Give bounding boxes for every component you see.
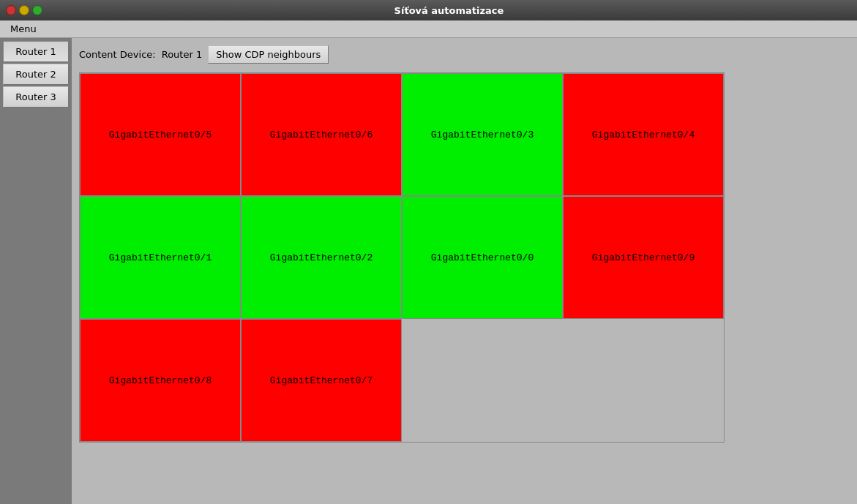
title-bar: Síťová automatizace [0, 0, 857, 20]
interface-ge0-2[interactable]: GigabitEthernet0/2 [241, 196, 402, 319]
interface-grid: GigabitEthernet0/5 GigabitEthernet0/6 Gi… [79, 72, 725, 443]
interface-ge0-0[interactable]: GigabitEthernet0/0 [402, 196, 563, 319]
minimize-button[interactable] [19, 5, 29, 15]
sidebar-item-router1[interactable]: Router 1 [3, 41, 69, 62]
empty-cell-r3c3 [402, 319, 563, 442]
interface-ge0-5[interactable]: GigabitEthernet0/5 [80, 73, 241, 196]
content-area: Content Device: Router 1 Show CDP neighb… [72, 38, 857, 504]
empty-cell-r3c4 [563, 319, 724, 442]
window-controls [6, 5, 42, 15]
menu-label[interactable]: Menu [6, 22, 41, 36]
sidebar-item-router3[interactable]: Router 3 [3, 86, 69, 108]
interface-ge0-6[interactable]: GigabitEthernet0/6 [241, 73, 402, 196]
content-header: Content Device: Router 1 Show CDP neighb… [79, 45, 850, 64]
cdp-neighbours-button[interactable]: Show CDP neighbours [208, 45, 329, 64]
main-layout: Router 1 Router 2 Router 3 Content Devic… [0, 38, 857, 504]
interface-ge0-1[interactable]: GigabitEthernet0/1 [80, 196, 241, 319]
close-button[interactable] [6, 5, 16, 15]
interface-ge0-8[interactable]: GigabitEthernet0/8 [80, 319, 241, 442]
sidebar: Router 1 Router 2 Router 3 [0, 38, 72, 504]
device-name-value: Router 1 [162, 49, 203, 60]
app-container: Menu Router 1 Router 2 Router 3 Content … [0, 20, 857, 504]
content-device-label: Content Device: [79, 49, 156, 60]
interface-ge0-7[interactable]: GigabitEthernet0/7 [241, 319, 402, 442]
maximize-button[interactable] [32, 5, 42, 15]
interface-ge0-4[interactable]: GigabitEthernet0/4 [563, 73, 724, 196]
window-title: Síťová automatizace [47, 5, 851, 16]
interface-ge0-9[interactable]: GigabitEthernet0/9 [563, 196, 724, 319]
interface-ge0-3[interactable]: GigabitEthernet0/3 [402, 73, 563, 196]
menu-bar: Menu [0, 20, 857, 38]
sidebar-item-router2[interactable]: Router 2 [3, 64, 69, 85]
